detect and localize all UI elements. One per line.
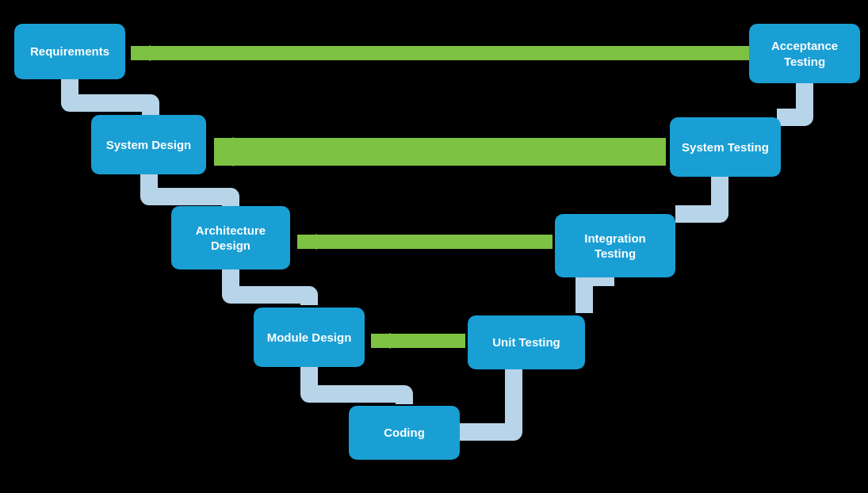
module-design-box: Module Design bbox=[254, 308, 365, 367]
svg-marker-5 bbox=[214, 151, 234, 166]
integration-testing-box: Integration Testing bbox=[555, 214, 675, 277]
system-testing-box: System Testing bbox=[670, 117, 781, 177]
requirements-box: Requirements bbox=[14, 24, 125, 79]
coding-box: Coding bbox=[349, 406, 460, 460]
system-design-box: System Design bbox=[91, 115, 206, 174]
svg-marker-7 bbox=[297, 234, 317, 250]
v-model-diagram: Requirements System Design Architecture … bbox=[0, 0, 868, 493]
svg-marker-1 bbox=[131, 45, 151, 61]
svg-marker-9 bbox=[371, 333, 391, 349]
unit-testing-box: Unit Testing bbox=[468, 315, 585, 369]
svg-marker-3 bbox=[214, 137, 234, 153]
acceptance-testing-box: Acceptance Testing bbox=[749, 24, 860, 83]
architecture-design-box: Architecture Design bbox=[171, 206, 290, 269]
